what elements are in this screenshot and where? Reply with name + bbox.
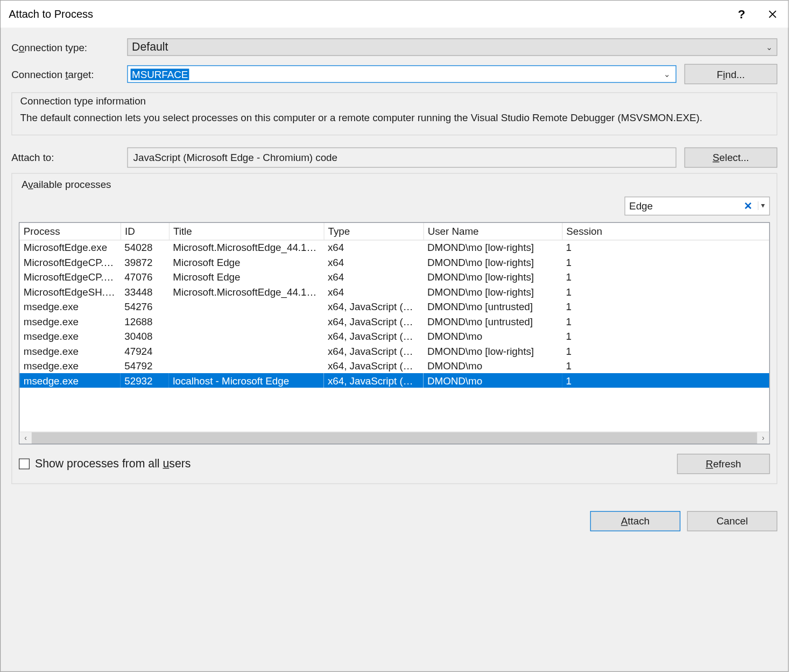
dialog-content: Connection type: Default ⌄ Connection ta…: [1, 27, 788, 494]
cell-user: DMOND\mo: [424, 359, 562, 374]
connection-target-label: Connection target:: [11, 68, 119, 80]
cell-user: DMOND\mo [low-rights]: [424, 269, 562, 284]
dialog-footer: Attach Cancel: [1, 495, 788, 542]
help-button[interactable]: ?: [726, 1, 757, 27]
cell-title: [169, 299, 324, 314]
cell-session: 1: [562, 299, 769, 314]
cell-title: Microsoft Edge: [169, 255, 324, 270]
cell-type: x64: [323, 269, 423, 284]
cell-id: 54276: [121, 299, 169, 314]
cell-session: 1: [562, 373, 769, 388]
titlebar: Attach to Process ?: [1, 1, 788, 27]
table-row[interactable]: MicrosoftEdge.exe54028Microsoft.Microsof…: [19, 240, 769, 255]
cell-process: msedge.exe: [19, 344, 121, 359]
connection-target-input[interactable]: MSURFACE ⌄: [127, 65, 676, 83]
cell-type: x64, JavaScript (Micr…: [323, 299, 423, 314]
attach-to-label: Attach to:: [11, 152, 119, 163]
cell-type: x64, JavaScript (Micr…: [323, 359, 423, 374]
cell-session: 1: [562, 344, 769, 359]
clear-filter-icon[interactable]: ✕: [739, 200, 756, 212]
table-row[interactable]: msedge.exe12688x64, JavaScript (Micr…DMO…: [19, 314, 769, 329]
show-all-users-label: Show processes from all users: [35, 457, 191, 471]
cell-id: 54028: [121, 240, 169, 255]
table-row[interactable]: MicrosoftEdgeCP.exe47076Microsoft Edgex6…: [19, 269, 769, 284]
col-user[interactable]: User Name: [424, 223, 562, 240]
select-button[interactable]: Select...: [685, 148, 778, 168]
cell-session: 1: [562, 314, 769, 329]
cell-type: x64, JavaScript (Micr…: [323, 314, 423, 329]
cell-title: [169, 329, 324, 344]
cell-session: 1: [562, 240, 769, 255]
process-filter-value: Edge: [629, 200, 739, 212]
col-type[interactable]: Type: [323, 223, 423, 240]
table-row[interactable]: msedge.exe54792x64, JavaScript (Micr…DMO…: [19, 359, 769, 374]
cell-process: msedge.exe: [19, 359, 121, 374]
cell-type: x64, JavaScript (Micr…: [323, 373, 423, 388]
cell-id: 39872: [121, 255, 169, 270]
cell-id: 12688: [121, 314, 169, 329]
cell-id: 47924: [121, 344, 169, 359]
cell-process: msedge.exe: [19, 373, 121, 388]
cell-type: x64: [323, 255, 423, 270]
show-all-users-checkbox[interactable]: [19, 458, 30, 469]
chevron-down-icon[interactable]: ▾: [758, 201, 768, 210]
cell-id: 54792: [121, 359, 169, 374]
cell-process: MicrosoftEdgeSH.exe: [19, 284, 121, 299]
cell-session: 1: [562, 284, 769, 299]
cell-id: 47076: [121, 269, 169, 284]
cell-user: DMOND\mo: [424, 329, 562, 344]
cell-session: 1: [562, 359, 769, 374]
cell-session: 1: [562, 269, 769, 284]
cell-user: DMOND\mo [low-rights]: [424, 344, 562, 359]
scrollbar-track[interactable]: [32, 432, 757, 443]
scroll-right-icon[interactable]: ›: [757, 432, 770, 443]
connection-target-row: Connection target: MSURFACE ⌄ Find...: [11, 64, 777, 85]
col-process[interactable]: Process: [19, 223, 121, 240]
cell-process: msedge.exe: [19, 299, 121, 314]
cell-type: x64: [323, 284, 423, 299]
connection-info-heading: Connection type information: [18, 95, 149, 106]
process-table: Process ID Title Type User Name Session …: [19, 222, 770, 444]
col-title[interactable]: Title: [169, 223, 324, 240]
table-row[interactable]: MicrosoftEdgeSH.exe33448Microsoft.Micros…: [19, 284, 769, 299]
attach-button[interactable]: Attach: [590, 511, 681, 531]
connection-target-value: MSURFACE: [131, 68, 189, 80]
dialog-window: Attach to Process ? Connection type: Def…: [0, 0, 788, 672]
connection-type-label: Connection type:: [11, 41, 119, 53]
cancel-button[interactable]: Cancel: [687, 511, 778, 531]
cell-id: 30408: [121, 329, 169, 344]
list-footer-row: Show processes from all users Refresh: [19, 453, 770, 474]
window-title: Attach to Process: [9, 8, 726, 20]
cell-process: msedge.exe: [19, 314, 121, 329]
cell-title: Microsoft.MicrosoftEdge_44.1836…: [169, 240, 324, 255]
available-processes-toolbar: Edge ✕ ▾: [19, 197, 770, 215]
connection-type-value: Default: [132, 40, 168, 54]
table-row[interactable]: MicrosoftEdgeCP.exe39872Microsoft Edgex6…: [19, 255, 769, 270]
chevron-down-icon: ⌄: [664, 69, 671, 79]
table-row[interactable]: msedge.exe47924x64, JavaScript (Micr…DMO…: [19, 344, 769, 359]
connection-type-combo[interactable]: Default ⌄: [127, 38, 777, 56]
col-session[interactable]: Session: [562, 223, 769, 240]
help-icon: ?: [738, 7, 745, 21]
cell-user: DMOND\mo [low-rights]: [424, 284, 562, 299]
attach-to-value: JavaScript (Microsoft Edge - Chromium) c…: [127, 148, 676, 168]
cell-id: 52932: [121, 373, 169, 388]
scroll-left-icon[interactable]: ‹: [19, 432, 32, 443]
chevron-down-icon: ⌄: [766, 43, 773, 52]
connection-info-panel: Connection type information The default …: [11, 92, 777, 135]
cell-session: 1: [562, 329, 769, 344]
table-row[interactable]: msedge.exe30408x64, JavaScript (Micr…DMO…: [19, 329, 769, 344]
horizontal-scrollbar[interactable]: ‹ ›: [19, 431, 769, 444]
col-id[interactable]: ID: [121, 223, 169, 240]
cell-title: [169, 359, 324, 374]
cell-title: [169, 344, 324, 359]
cell-type: x64, JavaScript (Micr…: [323, 344, 423, 359]
find-button[interactable]: Find...: [685, 64, 778, 85]
table-row[interactable]: msedge.exe54276x64, JavaScript (Micr…DMO…: [19, 299, 769, 314]
table-row[interactable]: msedge.exe52932localhost - Microsoft Edg…: [19, 373, 769, 388]
close-button[interactable]: [757, 1, 788, 27]
cell-process: MicrosoftEdgeCP.exe: [19, 255, 121, 270]
process-filter-input[interactable]: Edge ✕ ▾: [624, 197, 770, 215]
cell-process: msedge.exe: [19, 329, 121, 344]
refresh-button[interactable]: Refresh: [677, 453, 770, 474]
